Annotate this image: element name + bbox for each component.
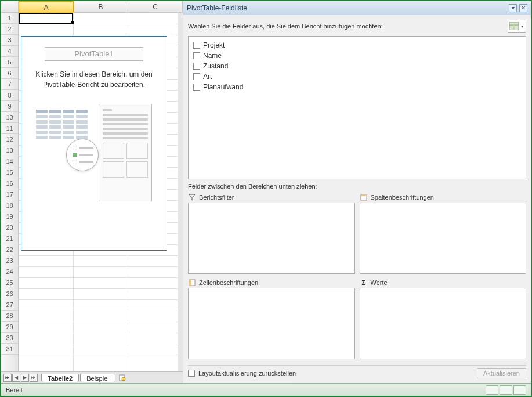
zone-label: Zeilenbeschriftungen [199,279,258,286]
zone-column-labels: Spaltenbeschriftungen [360,193,527,274]
view-pagebreak-button[interactable] [513,385,526,395]
field-item-name[interactable]: Name [193,50,521,61]
panel-close-button[interactable]: ✕ [519,4,527,12]
row-header[interactable]: 7 [1,79,18,90]
row-header[interactable]: 24 [1,266,18,277]
drop-areas: Berichtsfilter Spaltenbeschriftungen [188,193,526,359]
row-header[interactable]: 8 [1,90,18,101]
areas-prompt: Felder zwischen den Bereichen unten zieh… [188,183,526,190]
field-item-zustand[interactable]: Zustand [193,61,521,71]
row-header[interactable]: 14 [1,156,18,167]
drop-box[interactable] [188,203,355,274]
row-header[interactable]: 13 [1,145,18,156]
pivottable-hint: Klicken Sie in diesen Bereich, um den Pi… [25,69,163,90]
layout-options-button[interactable]: ▾ [508,20,526,33]
row-header[interactable]: 23 [1,255,18,266]
row-header[interactable]: 26 [1,288,18,299]
row-header[interactable]: 27 [1,299,18,311]
main-content: A B C 1 2 3 4 5 6 7 8 9 10 11 12 13 14 1… [1,1,531,383]
sigma-icon: Σ [360,279,368,287]
field-label: Art [203,73,212,81]
view-pagelayout-button[interactable] [500,385,512,395]
row-header[interactable]: 20 [1,222,18,233]
svg-rect-4 [515,26,519,30]
zone-report-filter: Berichtsfilter [188,193,355,274]
panel-body: Wählen Sie die Felder aus, die Sie dem B… [183,15,531,383]
checkbox-icon[interactable] [193,63,200,70]
row-header[interactable]: 10 [1,112,18,123]
column-headers: A B C [1,1,183,13]
row-header[interactable]: 1 [1,13,18,24]
row-header[interactable]: 29 [1,322,18,333]
field-label: Projekt [203,41,225,49]
row-header[interactable]: 17 [1,189,18,200]
drop-box[interactable] [360,203,527,274]
row-header[interactable]: 21 [1,233,18,244]
checkbox-icon[interactable] [193,84,200,91]
panel-dropdown-button[interactable]: ▾ [509,4,517,12]
sheet-nav-buttons: ⏮ ◀ ▶ ⏭ [3,374,38,382]
row-header[interactable]: 12 [1,134,18,145]
active-cell[interactable] [19,13,73,24]
row-header[interactable]: 9 [1,101,18,112]
row-header[interactable]: 25 [1,277,18,288]
sheet-nav-next[interactable]: ▶ [21,374,29,382]
row-header[interactable]: 6 [1,68,18,79]
row-header[interactable]: 3 [1,35,18,46]
field-prompt: Wählen Sie die Felder aus, die Sie dem B… [188,23,508,30]
row-header[interactable]: 15 [1,167,18,178]
sheet-tab-beispiel[interactable]: Beispiel [80,374,115,382]
vertical-scrollbar[interactable] [178,13,183,371]
panel-titlebar[interactable]: PivotTable-Feldliste ▾ ✕ [183,1,531,15]
svg-point-1 [122,377,125,381]
mini-table-icon [36,110,88,141]
row-header[interactable]: 18 [1,200,18,211]
select-all-corner[interactable] [1,1,19,12]
panel-title: PivotTable-Feldliste [187,4,506,12]
update-button[interactable]: Aktualisieren [477,368,526,378]
cells-canvas[interactable]: PivotTable1 Klicken Sie in diesen Bereic… [19,13,178,371]
row-header[interactable]: 30 [1,333,18,344]
view-normal-button[interactable] [486,385,498,395]
row-header[interactable]: 16 [1,178,18,189]
status-bar: Bereit [1,383,531,396]
row-header[interactable]: 31 [1,344,18,355]
pivottable-placeholder[interactable]: PivotTable1 Klicken Sie in diesen Bereic… [21,36,167,251]
sheet-tab-tabelle2[interactable]: Tabelle2 [41,374,79,382]
grid-body[interactable]: 1 2 3 4 5 6 7 8 9 10 11 12 13 14 15 16 1… [1,13,183,371]
panel-footer: Layoutaktualisierung zurückstellen Aktua… [188,365,526,378]
table-row-icon [188,279,196,287]
field-item-projekt[interactable]: Projekt [193,40,521,50]
checkbox-icon[interactable] [193,73,200,80]
sheet-nav-first[interactable]: ⏮ [3,374,12,382]
field-item-planaufwand[interactable]: Planaufwand [193,82,521,92]
column-header-b[interactable]: B [74,1,128,12]
row-header[interactable]: 11 [1,123,18,134]
row-header[interactable]: 22 [1,244,18,255]
row-header[interactable]: 5 [1,57,18,68]
report-doc-icon [99,104,152,201]
row-header[interactable]: 2 [1,24,18,35]
checkbox-icon[interactable] [193,52,200,59]
row-header[interactable]: 28 [1,311,18,322]
svg-rect-6 [361,194,367,196]
checkbox-icon[interactable] [193,42,200,49]
row-header[interactable]: 4 [1,46,18,57]
sheet-nav-prev[interactable]: ◀ [12,374,20,382]
field-label: Zustand [203,62,228,70]
new-sheet-button[interactable] [118,374,126,382]
column-header-a[interactable]: A [19,1,74,12]
field-item-art[interactable]: Art [193,71,521,82]
funnel-icon [188,193,196,201]
defer-layout-checkbox[interactable] [188,370,195,377]
row-header[interactable]: 19 [1,211,18,222]
column-header-c[interactable]: C [128,1,183,12]
fields-list[interactable]: Projekt Name Zustand Art Planaufwand [188,36,526,179]
sheet-nav-last[interactable]: ⏭ [30,374,38,382]
defer-layout-label: Layoutaktualisierung zurückstellen [198,370,473,377]
pivottable-title: PivotTable1 [45,47,143,61]
sheet-tabs-strip: ⏮ ◀ ▶ ⏭ Tabelle2 Beispiel [1,371,183,383]
drop-box[interactable] [360,288,527,359]
field-label: Planaufwand [203,83,243,91]
drop-box[interactable] [188,288,355,359]
